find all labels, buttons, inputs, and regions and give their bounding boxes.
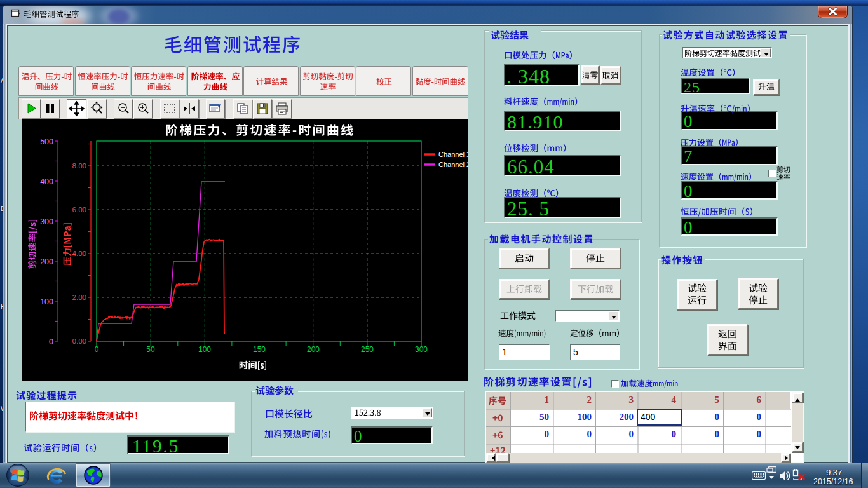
svg-text:2.00: 2.00 xyxy=(72,294,86,301)
svg-text:150: 150 xyxy=(253,345,266,354)
svg-text:0: 0 xyxy=(95,345,99,354)
svg-text:100: 100 xyxy=(198,345,211,354)
svg-text:500: 500 xyxy=(40,137,53,146)
svg-text:Channel 1: Channel 1 xyxy=(438,151,468,158)
svg-text:100: 100 xyxy=(40,297,53,306)
svg-text:300: 300 xyxy=(40,217,53,226)
svg-text:8.00: 8.00 xyxy=(72,162,86,170)
svg-text:250: 250 xyxy=(361,345,374,354)
svg-text:6.00: 6.00 xyxy=(72,206,86,214)
svg-text:200: 200 xyxy=(307,345,320,354)
svg-text:50: 50 xyxy=(146,345,155,354)
svg-text:4.00: 4.00 xyxy=(72,250,86,257)
svg-text:0: 0 xyxy=(49,337,53,346)
svg-text:200: 200 xyxy=(40,257,53,266)
svg-text:Channel 2: Channel 2 xyxy=(438,161,468,168)
svg-text:400: 400 xyxy=(40,177,53,186)
svg-text:0.00: 0.00 xyxy=(72,337,86,345)
svg-text:300: 300 xyxy=(415,345,428,354)
